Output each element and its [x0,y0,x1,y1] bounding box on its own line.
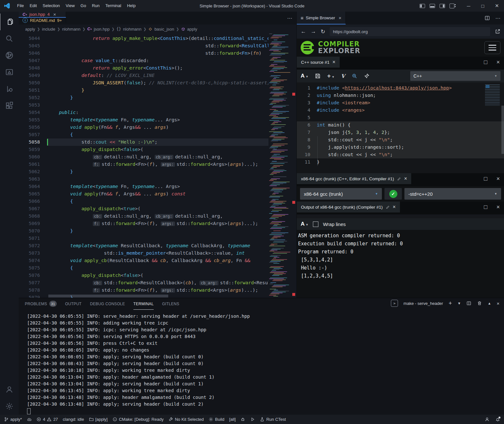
forward-icon[interactable]: → [311,28,316,35]
kill-terminal-icon[interactable] [477,301,482,306]
activity-settings[interactable] [0,398,19,415]
maximize-pane-icon[interactable]: □ [484,176,488,182]
rename-icon[interactable] [397,177,401,181]
breadcrumb-item[interactable]: apply [25,27,35,32]
status-cmake-status[interactable]: CMake: [Debug]: Ready [112,416,164,423]
breadcrumb-item[interactable]: json.hpp [94,27,110,32]
panel-tab-terminal[interactable]: TERMINAL [133,298,154,310]
tab-json.hpp[interactable]: C+json.hpp4× [19,12,66,18]
panel-tab-problems[interactable]: PROBLEMS31 [25,298,57,309]
compiler-select[interactable]: x86-64 gcc (trunk)▼ [300,188,382,200]
breadcrumb-item[interactable]: nlohmann [62,27,81,32]
maximize-panel-icon[interactable]: ▲ [488,301,491,305]
status-cmake-build[interactable]: Build [208,416,224,423]
menu-help[interactable]: Help [124,3,139,8]
menu-terminal[interactable]: Terminal [102,3,124,8]
close-panel-icon[interactable]: × [497,301,499,306]
compile-status-button[interactable]: ✓ [384,188,402,200]
activity-search[interactable] [0,30,19,47]
vim-mode-icon[interactable]: V [341,73,345,79]
rename-icon[interactable] [386,205,390,209]
tab-simple-browser[interactable]: ≡ Simple Browser × [297,12,346,24]
activity-cmake-panel[interactable] [0,64,19,80]
source-scrollbar[interactable] [501,106,504,154]
close-pane-icon[interactable]: × [496,176,500,182]
horizontal-scrollbar[interactable] [48,295,168,297]
language-select[interactable]: C++▼ [410,71,500,81]
url-input[interactable]: https://godbolt.org [330,27,490,36]
terminal-select[interactable]: make - serve_header [403,301,443,306]
breadcrumb-item[interactable]: nlohmann [123,27,141,32]
compiler-options-input[interactable]: -std=c++20▼ [404,188,501,200]
minimap[interactable] [268,33,291,298]
status-git-branch[interactable]: apply* [4,416,22,423]
menu-go[interactable]: Go [78,3,89,8]
tab-README.md[interactable]: iREADME.md9+ [19,18,66,23]
code-editor[interactable]: 5044 return apply_make_tuple<ConstThis>(… [19,33,296,298]
zoom-icon[interactable] [352,73,357,79]
font-size-button[interactable]: A▼ [301,73,308,79]
panel-tab-output[interactable]: OUTPUT [65,298,82,309]
maximize-pane-icon[interactable]: □ [484,59,488,65]
open-external-icon[interactable] [495,29,500,34]
status-problems[interactable]: 427 [36,416,58,423]
split-terminal-icon[interactable] [466,301,471,306]
status-publish-changes[interactable] [27,416,32,423]
status-debug-target[interactable] [240,416,245,423]
split-editor-icon[interactable] [484,15,490,21]
menu-file[interactable]: File [14,3,27,8]
terminal-dropdown-icon[interactable]: ▼ [457,301,461,305]
close-pane-icon[interactable]: × [333,59,335,65]
tab-cpp-source[interactable]: C++ source #1 × [297,57,340,68]
menu-run[interactable]: Run [89,3,102,8]
hamburger-menu-icon[interactable] [484,41,500,54]
status-cmake-folder[interactable]: [apply] [89,416,108,423]
tab-compiler[interactable]: x86-64 gcc (trunk) (C++, Editor #1, Comp… [297,173,411,184]
source-code-editor[interactable]: 1#include <https://localhost:8443/apply/… [297,82,504,173]
status-build-target[interactable]: [all] [229,416,236,423]
customize-layout-icon[interactable] [450,4,454,8]
breadcrumb-item[interactable]: include [42,27,55,32]
tab-output[interactable]: Output of x86-64 gcc (trunk) (Compiler #… [297,202,400,212]
close-pane-icon[interactable]: × [393,204,396,210]
menu-view[interactable]: View [63,3,78,8]
status-notifications[interactable] [495,416,500,423]
add-pane-button[interactable]: +▼ [327,72,334,80]
activity-run-debug[interactable] [0,80,19,97]
close-tab-icon[interactable]: × [339,15,342,21]
status-run-ctest[interactable]: Run CTest [260,416,286,423]
back-icon[interactable]: ← [301,28,306,35]
pin-icon[interactable] [364,73,370,79]
close-pane-icon[interactable]: × [496,204,500,210]
menu-selection[interactable]: Selection [40,3,63,8]
status-clangd-status[interactable]: clangd: idle [63,416,84,423]
more-actions-icon[interactable]: ⋯ [287,15,292,21]
activity-explorer[interactable] [0,14,19,30]
minimize-button[interactable]: ─ [461,0,476,12]
status-feedback[interactable] [485,416,489,423]
status-cmake-kit[interactable]: No Kit Selected [169,416,204,423]
toggle-sidebar-icon[interactable] [420,4,425,8]
font-size-button[interactable]: A▼ [301,221,308,227]
close-tab-icon[interactable]: × [53,12,56,17]
close-window-button[interactable]: ✕ [490,0,504,12]
panel-tab-gitlens[interactable]: GITLENS [162,298,179,309]
terminal-output[interactable]: [2022-04-30 06:05:55] INFO: serve_header… [19,310,504,414]
close-pane-icon[interactable]: × [496,59,500,65]
toggle-secondary-sidebar-icon[interactable] [440,4,445,8]
breadcrumb-item[interactable]: apply [187,27,197,32]
reload-icon[interactable]: ↻ [321,28,325,35]
breadcrumb[interactable]: apply❯include❯nlohmann❯C+json.hpp❯{}nloh… [19,24,296,33]
new-terminal-icon[interactable]: + [449,300,452,307]
activity-account[interactable] [0,381,19,398]
save-icon[interactable] [315,73,321,79]
toggle-panel-icon[interactable] [430,4,435,8]
breadcrumb-item[interactable]: basic_json [154,27,174,32]
activity-source-control[interactable] [0,47,19,64]
wrap-lines-checkbox[interactable] [313,221,318,227]
maximize-button[interactable]: □ [476,0,490,12]
activity-extensions[interactable] [0,97,19,114]
panel-tab-debug-console[interactable]: DEBUG CONSOLE [90,298,125,309]
menu-edit[interactable]: Edit [27,3,40,8]
status-launch-target[interactable] [250,416,255,423]
